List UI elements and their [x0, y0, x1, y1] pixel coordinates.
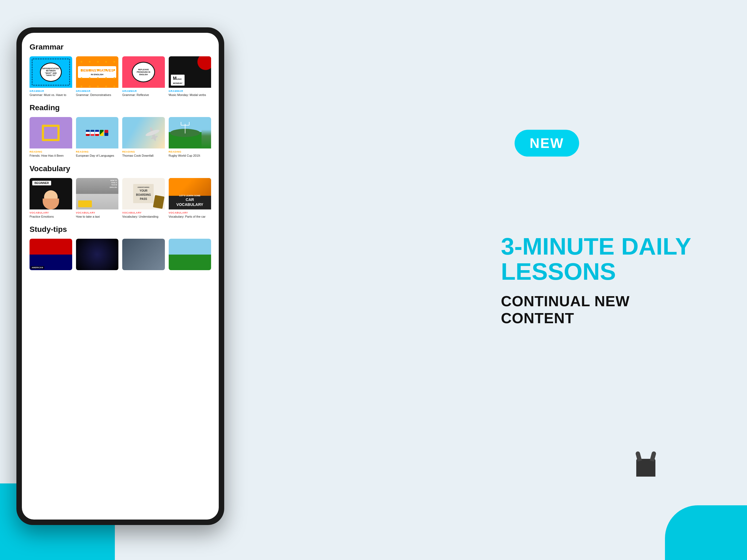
reading-card-3[interactable]: READING Thomas Cook Downfall: — [122, 117, 165, 157]
right-panel: NEW 3-MINUTE DAILY LESSONS CONTINUAL NEW… — [501, 234, 692, 327]
vocabulary-section-title: Vocabulary — [29, 164, 211, 173]
study-tips-card-grid: AMERICAN — [29, 239, 211, 270]
yellow-frame — [42, 125, 60, 141]
flag-1 — [86, 130, 90, 136]
vocab-card-1-label: VOCABULARY — [29, 211, 72, 214]
grammar-card-2-label: GRAMMAR — [76, 90, 119, 93]
study-thumb-bg-1: AMERICAN — [29, 239, 72, 270]
taxi-text: HOW TOTAKE ATAXI INENGLISH — [110, 179, 117, 189]
grammar-thumb-bg-4: MUSICMONDAY — [169, 56, 211, 88]
vocab-thumb-2: HOW TOTAKE ATAXI INENGLISH — [76, 178, 119, 209]
grammar-card-2[interactable]: DEMONSTRATIVESIN ENGLISH GRAMMAR Grammar… — [76, 56, 119, 97]
main-headline: 3-MINUTE DAILY LESSONS — [501, 234, 692, 284]
music-monday-badge: MUSICMONDAY — [171, 75, 185, 85]
vocab-card-4[interactable]: LET'S LEARN SOMECARVOCABULARY VOCABULARY… — [169, 178, 211, 219]
flag-3 — [95, 130, 99, 136]
study-thumb-3 — [122, 239, 165, 270]
new-badge-container: NEW — [515, 130, 579, 157]
reading-card-4-label: READING — [169, 150, 211, 153]
grammar-card-1[interactable]: DIFFERENTIATING BETWEEN "MUST" AND "HAVE… — [29, 56, 72, 97]
grammar-card-4-title: Music Monday: Modal verbs — [169, 93, 211, 97]
flag-2 — [91, 130, 94, 136]
vocab-thumb-4: LET'S LEARN SOMECARVOCABULARY — [169, 178, 211, 209]
study-card-1[interactable]: AMERICAN — [29, 239, 72, 270]
reading-card-1-label: READING — [29, 150, 72, 153]
vocab-card-4-label: VOCABULARY — [169, 211, 211, 214]
sub-headline: CONTINUAL NEW CONTENT — [501, 292, 692, 326]
reading-card-4[interactable]: READING Rugby World Cup 2019: — [169, 117, 211, 157]
flags-container — [86, 130, 108, 136]
reading-card-1[interactable]: READING Friends: How Has it Been — [29, 117, 72, 157]
vocab-card-1[interactable]: BEGINNER VOCABULARY Practice Emotions — [29, 178, 72, 219]
reading-card-1-title: Friends: How Has it Been — [29, 154, 72, 157]
clip-handle-left — [635, 451, 642, 462]
car-orange-bg — [169, 178, 211, 196]
vocab-card-3[interactable]: UNDERSTANDING YOURBOARDINGPASS VOCABULAR… — [122, 178, 165, 219]
grammar-card-grid: DIFFERENTIATING BETWEEN "MUST" AND "HAVE… — [29, 56, 211, 97]
clip-body — [636, 459, 655, 477]
vocab-thumb-bg-1: BEGINNER — [29, 178, 72, 209]
reading-card-grid: READING Friends: How Has it Been — [29, 117, 211, 157]
study-card-2[interactable] — [76, 239, 119, 270]
rugby-stadium-svg — [169, 117, 202, 149]
study-thumb-bg-2 — [76, 239, 119, 270]
study-tips-section-title: Study-tips — [29, 225, 211, 234]
study-thumb-1: AMERICAN — [29, 239, 72, 270]
grammar-thumb-bg-3: REFLEXIVE PRONOUNS IN ENGLISH — [122, 56, 165, 88]
grammar-card-1-label: GRAMMAR — [29, 90, 72, 93]
reading-card-2[interactable]: READING European Day of Languages — [76, 117, 119, 157]
grammar-thumb-4: MUSICMONDAY — [169, 56, 211, 88]
vocab-card-2[interactable]: HOW TOTAKE ATAXI INENGLISH VOCABULARY Ho… — [76, 178, 119, 219]
grammar-section-title: Grammar — [29, 43, 211, 51]
grammar-thumb-2: DEMONSTRATIVESIN ENGLISH — [76, 56, 119, 88]
reading-thumb-bg-4 — [169, 117, 211, 149]
grammar-thumb-1: DIFFERENTIATING BETWEEN "MUST" AND "HAVE… — [29, 56, 72, 88]
grammar-card-3[interactable]: REFLEXIVE PRONOUNS IN ENGLISH GRAMMAR Gr… — [122, 56, 165, 97]
grammar-thumb-3: REFLEXIVE PRONOUNS IN ENGLISH — [122, 56, 165, 88]
grammar-thumb-bg-1: DIFFERENTIATING BETWEEN "MUST" AND "HAVE… — [29, 56, 72, 88]
reading-thumb-2 — [76, 117, 119, 149]
reading-thumb-3 — [122, 117, 165, 149]
reading-card-4-title: Rugby World Cup 2019: — [169, 154, 211, 157]
grammar-card-4-label: GRAMMAR — [169, 90, 211, 93]
grammar-card-2-title: Grammar: Demonstratives — [76, 93, 119, 97]
speech-bubble-3: REFLEXIVE PRONOUNS IN ENGLISH — [132, 62, 155, 82]
headline-line2: LESSONS — [501, 258, 616, 285]
vocab-card-3-label: VOCABULARY — [122, 211, 165, 214]
music-bg-circle — [198, 56, 211, 70]
grammar-card-1-title: Grammar: Must vs. Have to — [29, 93, 72, 97]
reading-card-3-label: READING — [122, 150, 165, 153]
reading-card-2-label: READING — [76, 150, 119, 153]
reading-card-2-title: European Day of Languages — [76, 154, 119, 157]
vocab-thumb-bg-3: UNDERSTANDING YOURBOARDINGPASS — [122, 178, 165, 209]
study-thumb-bg-4 — [169, 239, 211, 270]
vocab-card-3-title: Vocabulary: Understanding — [122, 215, 165, 219]
reading-section-title: Reading — [29, 103, 211, 112]
new-badge: NEW — [515, 130, 579, 157]
vocab-thumb-1: BEGINNER — [29, 178, 72, 209]
grammar-card-3-label: GRAMMAR — [122, 90, 165, 93]
binder-clip — [632, 459, 660, 489]
clip-handle-right — [650, 451, 656, 462]
reading-thumb-4 — [169, 117, 211, 149]
boarding-pass-card: UNDERSTANDING YOURBOARDINGPASS — [133, 184, 154, 203]
airplane-svg — [137, 117, 165, 149]
vocab-card-2-label: VOCABULARY — [76, 211, 119, 214]
american-overlay: AMERICAN — [31, 266, 44, 269]
study-thumb-2 — [76, 239, 119, 270]
tablet-device: Grammar DIFFERENTIATING BETWEEN "MUST" A… — [17, 27, 224, 525]
beginner-badge: BEGINNER — [32, 181, 51, 185]
reading-card-3-title: Thomas Cook Downfall: — [122, 154, 165, 157]
vocabulary-card-grid: BEGINNER VOCABULARY Practice Emotions — [29, 178, 211, 219]
study-thumb-bg-3 — [122, 239, 165, 270]
grammar-card-4[interactable]: MUSICMONDAY GRAMMAR Music Monday: Modal … — [169, 56, 211, 97]
vocab-thumb-3: UNDERSTANDING YOURBOARDINGPASS — [122, 178, 165, 209]
headline-line1: 3-MINUTE DAILY — [501, 233, 691, 260]
tablet-screen: Grammar DIFFERENTIATING BETWEEN "MUST" A… — [22, 33, 219, 519]
car-vocab-text: LET'S LEARN SOMECARVOCABULARY — [176, 195, 203, 207]
study-card-3[interactable] — [122, 239, 165, 270]
reading-thumb-bg-2 — [76, 117, 119, 149]
study-card-4[interactable] — [169, 239, 211, 270]
vocab-card-1-title: Practice Emotions — [29, 215, 72, 219]
flag-4 — [100, 130, 104, 136]
